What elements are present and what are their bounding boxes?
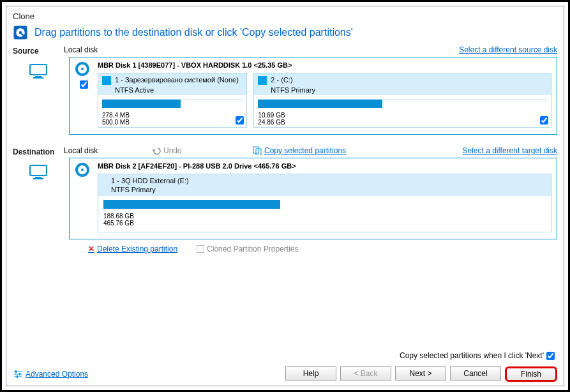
hdd-icon xyxy=(75,162,90,177)
svg-rect-4 xyxy=(35,76,41,77)
dest-disk-box: MBR Disk 2 [AF24EF20] - PI-288 USB 2.0 D… xyxy=(69,158,557,239)
hdd-icon xyxy=(75,61,90,77)
checkbox-icon xyxy=(197,245,204,253)
dest-disk-area: MBR Disk 2 [AF24EF20] - PI-288 USB 2.0 D… xyxy=(13,158,557,239)
source-disk-area: MBR Disk 1 [4389E077] - VBOX HARDDISK 1.… xyxy=(13,57,557,135)
svg-rect-12 xyxy=(35,177,41,178)
monitor-icon xyxy=(29,164,48,181)
partition-checkbox[interactable] xyxy=(540,116,548,124)
undo-icon xyxy=(152,146,161,155)
partition-sizes: 188.68 GB465.76 GB xyxy=(98,211,551,228)
source-disk-box: MBR Disk 1 [4389E077] - VBOX HARDDISK 1.… xyxy=(69,57,557,135)
select-target-link[interactable]: Select a different target disk xyxy=(462,146,557,155)
partition-label: 2 - (C:) xyxy=(271,76,292,84)
undo-button[interactable]: Undo xyxy=(152,146,241,155)
windows-icon xyxy=(102,76,111,85)
dest-disk-title: MBR Disk 2 [AF24EF20] - PI-288 USB 2.0 D… xyxy=(98,162,551,170)
select-source-link[interactable]: Select a different source disk xyxy=(459,45,557,54)
svg-rect-18 xyxy=(19,373,20,375)
help-button[interactable]: Help xyxy=(285,366,336,381)
sliders-icon xyxy=(13,369,23,379)
source-disk-title: MBR Disk 1 [4389E077] - VBOX HARDDISK 1.… xyxy=(98,61,551,69)
advanced-options-link[interactable]: Advanced Options xyxy=(26,370,88,379)
source-disk-checkbox[interactable] xyxy=(80,80,88,89)
svg-rect-13 xyxy=(33,178,43,179)
finish-button[interactable]: Finish xyxy=(505,366,557,382)
cancel-button[interactable]: Cancel xyxy=(450,366,501,381)
source-label: Source xyxy=(13,45,64,57)
destination-section: Destination Local disk Undo Copy selecte… xyxy=(13,146,557,158)
copy-partitions-link[interactable]: Copy selected partitions xyxy=(264,146,346,155)
partition-label: 1 - 3Q HDD External (E:) xyxy=(98,174,551,186)
destination-label: Destination xyxy=(13,146,64,158)
cloned-properties: Cloned Partition Properties xyxy=(197,245,298,253)
source-partition-2[interactable]: 2 - (C:) NTFS Primary 10.69 GB24.86 GB xyxy=(253,73,551,128)
windows-icon xyxy=(258,76,267,85)
svg-rect-11 xyxy=(30,165,47,176)
partition-fs: NTFS Primary xyxy=(98,186,551,196)
dest-actions: ✕ Delete Existing partition Cloned Parti… xyxy=(82,245,557,253)
bottom-bar: Advanced Options Help < Back Next > Canc… xyxy=(13,366,557,382)
source-section: Source Local disk Select a different sou… xyxy=(13,45,557,57)
usage-bar xyxy=(102,99,243,108)
partition-label: 1 - Зарезервировано системой (None) xyxy=(115,76,239,84)
header-text: Drag partitions to the destination disk … xyxy=(34,27,353,38)
source-local-label: Local disk xyxy=(64,45,459,54)
usage-bar xyxy=(103,200,546,209)
copy-on-next-checkbox[interactable] xyxy=(546,352,555,360)
copy-on-next-option[interactable]: Copy selected partitions when I click 'N… xyxy=(400,351,555,360)
copy-on-next-label: Copy selected partitions when I click 'N… xyxy=(400,351,544,360)
back-button[interactable]: < Back xyxy=(340,366,391,381)
svg-rect-5 xyxy=(33,77,43,79)
svg-rect-17 xyxy=(15,370,17,373)
x-icon: ✕ xyxy=(88,245,94,253)
delete-partition-link[interactable]: ✕ Delete Existing partition xyxy=(88,245,177,253)
clone-disk-icon xyxy=(13,25,28,40)
svg-point-8 xyxy=(81,68,84,70)
dest-partition[interactable]: 1 - 3Q HDD External (E:) NTFS Primary 18… xyxy=(98,174,551,232)
partition-sizes: 278.4 MB500.0 MB xyxy=(98,110,246,127)
usage-bar xyxy=(258,99,547,108)
header-banner: Drag partitions to the destination disk … xyxy=(13,25,557,40)
partition-sizes: 10.69 GB24.86 GB xyxy=(254,110,551,127)
copy-icon xyxy=(253,146,262,155)
svg-rect-3 xyxy=(30,64,47,75)
svg-point-16 xyxy=(81,169,84,171)
window-title: Clone xyxy=(13,11,557,21)
svg-rect-19 xyxy=(17,375,18,378)
partition-checkbox[interactable] xyxy=(236,116,244,124)
monitor-icon xyxy=(29,63,48,80)
partition-fs: NTFS Primary xyxy=(254,86,551,95)
source-partition-1[interactable]: 1 - Зарезервировано системой (None) NTFS… xyxy=(98,73,247,128)
next-button[interactable]: Next > xyxy=(395,366,446,381)
partition-fs: NTFS Active xyxy=(98,86,246,95)
dest-local-label: Local disk xyxy=(64,146,140,155)
